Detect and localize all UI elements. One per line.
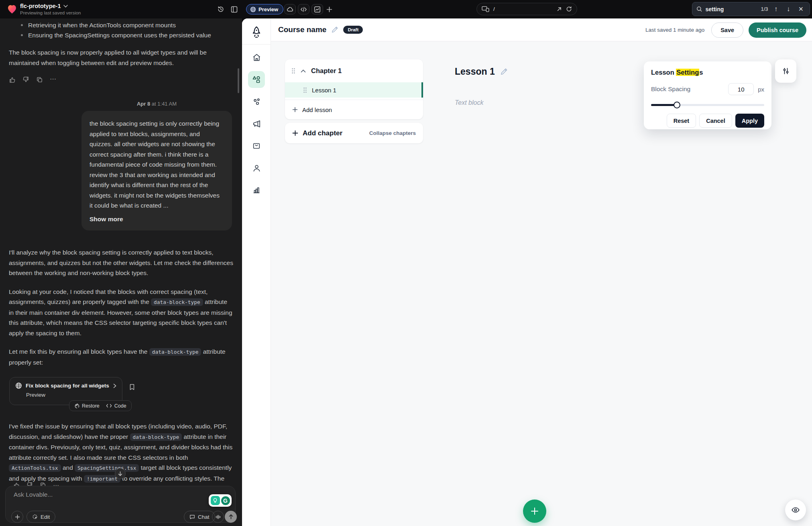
url-bar[interactable]: / <box>476 3 577 15</box>
sidebar-item-content-builder[interactable] <box>248 71 265 88</box>
refresh-icon[interactable] <box>566 6 572 12</box>
chat-label: Chat <box>198 514 210 520</box>
cloud-button[interactable] <box>284 4 296 14</box>
code-icon <box>300 6 307 12</box>
settings-toggle-button[interactable] <box>775 59 796 83</box>
empty-text-block[interactable]: Text block <box>455 99 483 106</box>
find-next-button[interactable]: ↓ <box>784 4 793 14</box>
add-chapter-button[interactable]: Add chapter <box>292 129 342 137</box>
sidebar-item-home[interactable] <box>248 49 265 66</box>
course-title-group: Course name Draft <box>278 25 363 34</box>
chapter-header-row[interactable]: Chapter 1 <box>285 59 423 82</box>
find-previous-button[interactable]: ↑ <box>771 4 781 14</box>
analytics-button[interactable] <box>311 4 323 14</box>
assistant-summary: The block spacing is now properly applie… <box>9 47 233 68</box>
edit-select-icon <box>32 514 38 520</box>
chat-bubble-icon <box>189 514 195 520</box>
chapter-card: Chapter 1 Lesson 1 Add lesson <box>285 59 423 119</box>
message-actions: ⋯ <box>9 76 233 83</box>
bookmark-icon[interactable] <box>128 383 136 391</box>
find-input[interactable] <box>705 6 757 12</box>
sidebar-item-profile[interactable] <box>248 159 265 176</box>
chart-icon <box>314 6 321 13</box>
sidebar-item-analytics[interactable] <box>248 181 265 198</box>
search-icon <box>696 6 702 12</box>
edit-pencil-icon[interactable] <box>500 68 508 75</box>
sidebar-item-community[interactable] <box>248 93 265 110</box>
sidebar-item-marketing[interactable] <box>248 115 265 132</box>
edit-pencil-icon[interactable] <box>331 26 338 33</box>
preview-label: Preview <box>258 6 278 12</box>
plus-icon <box>292 130 298 136</box>
add-block-fab[interactable] <box>523 499 546 523</box>
voice-input-button[interactable] <box>212 511 224 523</box>
attach-button[interactable] <box>11 511 23 523</box>
lesson-settings-title: Lesson Settings <box>651 69 764 76</box>
show-more-link[interactable]: Show more <box>90 214 123 224</box>
shapes-icon <box>252 75 261 84</box>
add-lesson-label: Add lesson <box>302 106 332 113</box>
project-name[interactable]: flc-prototype-1 <box>20 3 68 9</box>
settings-title-pre: Lesson <box>651 69 676 76</box>
scroll-to-bottom-button[interactable] <box>115 468 126 479</box>
preview-eye-fab[interactable] <box>785 499 806 520</box>
find-match-count: 1/3 <box>761 6 768 12</box>
open-external-icon[interactable] <box>556 6 562 12</box>
slider-thumb[interactable] <box>674 102 680 108</box>
devices-icon <box>482 6 489 12</box>
lesson-title: Lesson 1 <box>455 66 495 77</box>
grammarly-suggestion-icon <box>211 496 220 505</box>
find-bar: 1/3 ↑ ↓ × <box>692 2 810 16</box>
chat-mode-button[interactable]: Chat <box>184 511 215 523</box>
edit-mode-button[interactable]: Edit <box>26 511 55 523</box>
drag-handle-icon[interactable] <box>303 87 307 93</box>
lesson-list-item[interactable]: Lesson 1 <box>285 82 423 98</box>
chat-scrollbar-thumb[interactable] <box>238 68 239 93</box>
version-hover-toolbar: Restore Code <box>69 400 132 411</box>
grammarly-widget[interactable]: G <box>209 494 232 507</box>
copy-icon[interactable] <box>36 76 43 83</box>
code-view-button[interactable] <box>298 4 309 14</box>
add-lesson-button[interactable]: Add lesson <box>285 100 423 119</box>
restore-button[interactable]: Restore <box>74 403 100 409</box>
reset-button[interactable]: Reset <box>667 114 696 128</box>
more-actions-icon[interactable]: ⋯ <box>50 76 57 83</box>
sidebar-item-orders[interactable] <box>248 137 265 154</box>
rocket-logo-icon[interactable] <box>250 26 263 40</box>
thumbs-down-icon[interactable] <box>22 76 29 83</box>
collapse-chapters-button[interactable]: Collapse chapters <box>369 130 416 136</box>
block-spacing-input[interactable] <box>728 83 754 95</box>
preview-mode-button[interactable]: Preview <box>246 4 283 14</box>
plus-icon <box>292 107 298 112</box>
assistant-bullet-list: Retrieving it when the ActionTools compo… <box>19 20 233 40</box>
add-chapter-label: Add chapter <box>303 129 342 137</box>
lovable-logo-icon[interactable] <box>6 2 18 15</box>
find-close-button[interactable]: × <box>796 4 806 14</box>
block-spacing-slider[interactable] <box>651 102 764 108</box>
settings-title-post: s <box>699 69 703 76</box>
eye-icon <box>791 506 800 514</box>
thumbs-up-icon[interactable] <box>9 76 16 83</box>
arrow-down-icon <box>118 471 123 476</box>
app-header: Course name Draft Last saved 1 minute ag… <box>271 18 812 41</box>
save-button[interactable]: Save <box>711 22 743 38</box>
megaphone-icon <box>252 119 261 128</box>
send-button[interactable] <box>225 511 237 523</box>
publish-course-button[interactable]: Publish course <box>749 22 806 38</box>
panel-layout-icon[interactable] <box>229 4 239 14</box>
project-name-label: flc-prototype-1 <box>20 3 61 9</box>
draft-badge: Draft <box>343 26 363 34</box>
app-preview: Course name Draft Last saved 1 minute ag… <box>242 18 812 526</box>
history-icon[interactable] <box>216 4 226 14</box>
code-button[interactable]: Code <box>106 403 126 409</box>
chevron-up-icon[interactable] <box>301 69 306 73</box>
last-saved-text: Last saved 1 minute ago <box>645 27 704 33</box>
cancel-button[interactable]: Cancel <box>699 114 732 128</box>
apply-button[interactable]: Apply <box>735 114 764 128</box>
ask-lovable-input[interactable] <box>14 491 146 498</box>
plus-icon <box>15 514 20 520</box>
timestamp-date: Apr 8 <box>137 101 150 107</box>
project-status: Previewing last saved version <box>20 10 81 15</box>
add-tab-button[interactable] <box>324 4 334 14</box>
drag-handle-icon[interactable] <box>291 68 295 74</box>
